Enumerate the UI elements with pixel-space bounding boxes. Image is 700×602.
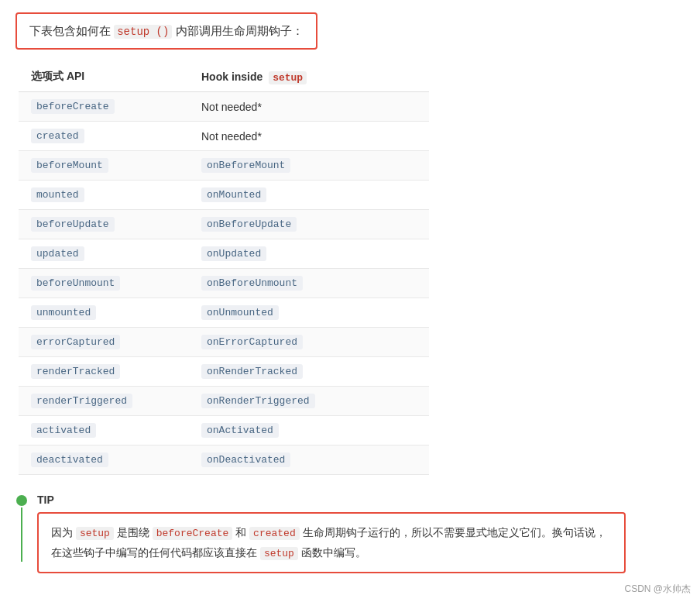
hook-setup-cell: onRenderTriggered xyxy=(189,387,429,416)
hook-setup-code: onUpdated xyxy=(201,246,266,261)
tip-text3: 和 xyxy=(235,526,246,538)
options-api-cell: beforeMount xyxy=(19,151,189,181)
tip-timeline xyxy=(15,494,28,562)
hook-setup-code: onUnmounted xyxy=(201,305,279,320)
tip-label: TIP xyxy=(37,494,685,506)
hook-setup-cell: onBeforeUpdate xyxy=(189,210,429,239)
options-api-cell: mounted xyxy=(19,181,189,210)
tip-code4: setup xyxy=(260,547,298,560)
intro-code: setup () xyxy=(114,25,172,39)
options-api-cell: beforeUnmount xyxy=(19,269,189,298)
options-api-cell: created xyxy=(19,122,189,151)
options-api-code: beforeUnmount xyxy=(31,276,120,291)
options-api-cell: beforeCreate xyxy=(19,92,189,122)
options-api-code: activated xyxy=(31,423,96,438)
options-api-code: beforeUpdate xyxy=(31,217,115,232)
hook-setup-code: onRenderTracked xyxy=(201,364,303,379)
options-api-cell: updated xyxy=(19,239,189,269)
hook-setup-cell: onRenderTracked xyxy=(189,357,429,387)
table-row: activatedonActivated xyxy=(19,416,429,445)
options-api-code: deactivated xyxy=(31,452,108,467)
options-api-cell: renderTracked xyxy=(19,357,189,387)
hook-setup-code: onMounted xyxy=(201,187,266,202)
hook-setup-text: Not needed* xyxy=(201,130,262,143)
hook-setup-cell: onUpdated xyxy=(189,239,429,269)
col-header-hook-code: setup xyxy=(269,71,307,84)
tip-code2: beforeCreate xyxy=(153,527,233,540)
tip-section: TIP 因为 setup 是围绕 beforeCreate 和 created … xyxy=(15,494,685,573)
intro-text-suffix: 内部调用生命周期钩子： xyxy=(176,24,304,37)
hook-setup-code: onErrorCaptured xyxy=(201,335,303,349)
tip-content: TIP 因为 setup 是围绕 beforeCreate 和 created … xyxy=(37,494,685,573)
options-api-code: renderTriggered xyxy=(31,394,132,408)
tip-box: 因为 setup 是围绕 beforeCreate 和 created 生命周期… xyxy=(37,512,626,573)
options-api-cell: beforeUpdate xyxy=(19,210,189,239)
table-row: renderTrackedonRenderTracked xyxy=(19,357,429,387)
tip-line xyxy=(21,507,22,562)
col-header-hook-prefix: Hook inside xyxy=(201,71,262,83)
options-api-code: mounted xyxy=(31,187,84,202)
hook-setup-code: onBeforeMount xyxy=(201,158,290,173)
tip-text2: 是围绕 xyxy=(117,526,149,538)
table-row: errorCapturedonErrorCaptured xyxy=(19,328,429,357)
table-row: beforeMountonBeforeMount xyxy=(19,151,429,181)
hook-setup-cell: onBeforeUnmount xyxy=(189,269,429,298)
options-api-cell: errorCaptured xyxy=(19,328,189,357)
tip-code3: created xyxy=(249,527,300,540)
table-row: createdNot needed* xyxy=(19,122,429,151)
hook-setup-code: onBeforeUpdate xyxy=(201,217,297,232)
hook-setup-cell: onMounted xyxy=(189,181,429,210)
table-row: renderTriggeredonRenderTriggered xyxy=(19,387,429,416)
table-row: updatedonUpdated xyxy=(19,239,429,269)
options-api-cell: renderTriggered xyxy=(19,387,189,416)
table-row: beforeUnmountonBeforeUnmount xyxy=(19,269,429,298)
col-header-hook-setup: Hook inside setup xyxy=(189,62,429,92)
table-row: beforeUpdateonBeforeUpdate xyxy=(19,210,429,239)
options-api-cell: unmounted xyxy=(19,298,189,328)
tip-text5: 函数中编写。 xyxy=(301,546,366,559)
table-row: mountedonMounted xyxy=(19,181,429,210)
hook-setup-text: Not needed* xyxy=(201,101,262,113)
options-api-code: unmounted xyxy=(31,305,96,320)
intro-box: 下表包含如何在 setup () 内部调用生命周期钩子： xyxy=(15,12,317,50)
col-header-options-api: 选项式 API xyxy=(19,62,189,92)
options-api-code: beforeMount xyxy=(31,158,108,173)
table-header-row: 选项式 API Hook inside setup xyxy=(19,62,429,92)
options-api-cell: deactivated xyxy=(19,445,189,475)
hook-setup-cell: onUnmounted xyxy=(189,298,429,328)
options-api-code: created xyxy=(31,129,84,143)
tip-code1: setup xyxy=(76,527,114,540)
options-api-code: errorCaptured xyxy=(31,335,120,349)
hook-setup-cell: onErrorCaptured xyxy=(189,328,429,357)
options-api-cell: activated xyxy=(19,416,189,445)
table-row: deactivatedonDeactivated xyxy=(19,445,429,475)
intro-text-prefix: 下表包含如何在 xyxy=(29,24,111,37)
tip-dot xyxy=(16,495,27,506)
hook-setup-cell: onDeactivated xyxy=(189,445,429,475)
options-api-code: beforeCreate xyxy=(31,99,115,114)
hook-setup-cell: Not needed* xyxy=(189,92,429,122)
table-row: beforeCreateNot needed* xyxy=(19,92,429,122)
watermark: CSDN @水帅杰 xyxy=(624,583,691,596)
hook-setup-code: onRenderTriggered xyxy=(201,394,315,408)
table-row: unmountedonUnmounted xyxy=(19,298,429,328)
hook-setup-cell: onBeforeMount xyxy=(189,151,429,181)
options-api-code: renderTracked xyxy=(31,364,120,379)
hook-setup-code: onBeforeUnmount xyxy=(201,276,303,291)
hook-setup-cell: Not needed* xyxy=(189,122,429,151)
options-api-code: updated xyxy=(31,246,84,261)
hook-setup-code: onDeactivated xyxy=(201,452,290,467)
lifecycle-table: 选项式 API Hook inside setup beforeCreateNo… xyxy=(19,62,429,475)
hook-setup-cell: onActivated xyxy=(189,416,429,445)
hook-setup-code: onActivated xyxy=(201,423,279,438)
tip-text1: 因为 xyxy=(51,526,73,538)
